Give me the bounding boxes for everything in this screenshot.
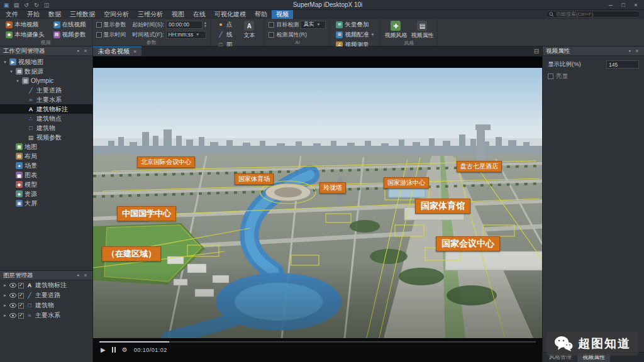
annotation-convention-center[interactable]: 国家会议中心 (436, 236, 500, 251)
close-icon[interactable]: × (633, 48, 641, 54)
tree-item-building-labels[interactable]: A 建筑物标注 (0, 104, 92, 114)
tree-item-layouts[interactable]: ▤ 布局 (0, 151, 92, 161)
draw-point-button[interactable]: ● 点 (215, 20, 235, 29)
play-button[interactable]: ▶ (101, 346, 106, 353)
tree-item-building-points[interactable]: ∴ 建筑物点 (0, 114, 92, 123)
redo-icon[interactable]: ↻ (33, 2, 40, 8)
annotation-linglong-tower[interactable]: 玲珑塔 (319, 182, 346, 194)
tree-item-buildings[interactable]: □ 建筑物 (0, 123, 92, 133)
vector-overlay-button[interactable]: ≋ 矢量叠加 (334, 20, 376, 29)
layer-checkbox[interactable] (18, 283, 24, 288)
tab-view[interactable]: 视图 (167, 10, 189, 19)
function-search[interactable] (546, 11, 640, 18)
start-time-input[interactable] (166, 21, 203, 29)
expand-arrow[interactable]: ▸ (3, 303, 8, 308)
show-params-checkbox[interactable]: 显示参数 (96, 20, 126, 29)
video-viewport[interactable]: 北京国际会议中心 国家体育场 玲珑塔 国家游泳中心 盘古七星酒店 中国国学中心 … (93, 57, 542, 362)
tab-start[interactable]: 开始 (23, 10, 44, 19)
save-icon[interactable]: ▤ (13, 2, 20, 8)
expand-arrow[interactable]: ▾ (15, 79, 20, 84)
time-format-dropdown[interactable]: HH:mm:ss▼ (166, 31, 206, 39)
tree-item-resources[interactable]: ◈ 资源 (0, 189, 92, 199)
tree-item-video-map[interactable]: ▾ ▶ 视频地图 (0, 57, 92, 67)
pause-button[interactable] (112, 347, 116, 353)
annotation-guoxue-center[interactable]: 中国国学中心 (117, 206, 176, 221)
layer-checkbox[interactable] (18, 293, 24, 299)
layer-row-main-water[interactable]: ▸ ≈ 主要水系 (0, 310, 92, 321)
video-progress-bar[interactable] (99, 341, 536, 343)
visibility-eye-icon[interactable] (9, 283, 16, 288)
local-video-button[interactable]: ▶ 本地视频 (4, 20, 47, 29)
tab-online[interactable]: 在线 (189, 10, 210, 19)
tree-item-charts[interactable]: ▅ 图表 (0, 170, 92, 180)
tab-video[interactable]: 视频 (272, 10, 293, 19)
visibility-eye-icon[interactable] (9, 303, 16, 308)
tree-item-datasources[interactable]: ▾ ▤ 数据源 (0, 67, 92, 76)
close-button[interactable]: × (630, 1, 641, 9)
expand-arrow[interactable]: ▾ (9, 69, 14, 74)
display-scale-input[interactable] (606, 60, 639, 69)
close-icon[interactable]: × (82, 48, 89, 54)
annotation-national-stadium[interactable]: 国家体育场 (235, 173, 274, 185)
tab-visual-modeling[interactable]: 可视化建模 (210, 10, 250, 19)
object-detect-checkbox[interactable]: 目标检测 真实▼ (269, 20, 326, 29)
tree-item-scenes[interactable]: ● 场景 (0, 161, 92, 170)
video-document-tab[interactable]: 未命名视频 × (93, 47, 142, 56)
draw-text-button[interactable]: A 文本 (238, 20, 260, 40)
layer-row-main-roads[interactable]: ▸ ╱ 主要道路 (0, 290, 92, 300)
highlight-checkbox-row[interactable]: 亮显 (543, 70, 644, 82)
minimize-button[interactable]: ─ (605, 1, 616, 9)
expand-arrow[interactable]: ▸ (3, 283, 8, 288)
tree-item-maps[interactable]: ▦ 地图 (0, 142, 92, 151)
tree-item-olympic[interactable]: ▾ ▥ Olympic (0, 76, 92, 85)
video-style-button[interactable]: ✚ 视频风格 (384, 20, 407, 40)
tree-item-dashboard[interactable]: ▣ 大屏 (0, 199, 92, 208)
layer-row-building-labels[interactable]: ▸ A 建筑物标注 (0, 280, 92, 290)
local-camera-button[interactable]: ◉ 本地摄像头 (4, 30, 47, 39)
search-input[interactable] (556, 11, 637, 17)
pin-icon[interactable]: ▪ (74, 48, 82, 54)
time-spinner[interactable]: ▲▼ (204, 21, 207, 28)
float-panel-icon[interactable]: ⊟ (531, 47, 542, 56)
pin-icon[interactable]: ▪ (74, 272, 82, 278)
layer-checkbox[interactable] (18, 303, 24, 309)
detect-attr-checkbox[interactable]: 检测属性(R) (269, 30, 326, 39)
annotation-construction-zone[interactable]: （在建区域） (102, 246, 161, 261)
layer-row-buildings[interactable]: ▸ □ 建筑物 (0, 300, 92, 310)
show-time-checkbox[interactable]: 显示时间 (96, 30, 126, 39)
online-video-button[interactable]: ▶ 在线视频 (52, 20, 88, 29)
annotation-pangu-hotel[interactable]: 盘古七星酒店 (457, 161, 502, 172)
annotation-beijing-conference-center[interactable]: 北京国际会议中心 (137, 156, 195, 168)
expand-arrow[interactable]: ▸ (3, 293, 8, 298)
player-settings-gear-icon[interactable]: ⚙ (122, 346, 128, 353)
tree-item-video-params[interactable]: ▤ 视频参数 (0, 133, 92, 142)
video-params-button[interactable]: ▤ 视频参数 (52, 30, 88, 39)
video-properties-button[interactable]: ▤ 视频属性 (411, 20, 433, 40)
tab-3d-data[interactable]: 三维数据 (65, 10, 99, 19)
tree-item-main-roads[interactable]: ╱ 主要道路 (0, 85, 92, 95)
tab-data[interactable]: 数据 (44, 10, 65, 19)
undo-icon[interactable]: ↺ (23, 2, 30, 8)
layer-checkbox[interactable] (18, 313, 24, 319)
annotation-aquatics-center[interactable]: 国家游泳中心 (384, 177, 429, 189)
tree-item-models[interactable]: ◆ 模型 (0, 180, 92, 189)
visibility-eye-icon[interactable] (9, 313, 16, 318)
tab-help[interactable]: 帮助 (250, 10, 272, 19)
visibility-eye-icon[interactable] (9, 293, 16, 298)
expand-arrow[interactable]: ▸ (3, 313, 8, 318)
tree-item-main-water[interactable]: ≈ 主要水系 (0, 95, 92, 104)
tab-spatial-analysis[interactable]: 空间分析 (99, 10, 133, 19)
layout-icon[interactable]: ◫ (43, 2, 50, 8)
maximize-button[interactable]: □ (618, 1, 629, 9)
expand-arrow[interactable]: ▾ (3, 60, 8, 65)
pin-icon[interactable]: ▪ (626, 48, 633, 54)
close-icon[interactable]: × (82, 272, 89, 278)
tab-3d-analysis[interactable]: 三维分析 (133, 10, 167, 19)
annotation-indoor-stadium[interactable]: 国家体育馆 (415, 199, 470, 214)
video-register-button[interactable]: ⊞ 视频配准 ▼ (334, 30, 376, 39)
detect-mode-dropdown[interactable]: 真实▼ (301, 21, 326, 29)
draw-line-button[interactable]: ╱ 线 (215, 30, 235, 39)
tab-close-icon[interactable]: × (133, 48, 136, 55)
tab-file[interactable]: 文件 (1, 10, 23, 19)
video-frame[interactable]: 北京国际会议中心 国家体育场 玲珑塔 国家游泳中心 盘古七星酒店 中国国学中心 … (93, 68, 542, 338)
